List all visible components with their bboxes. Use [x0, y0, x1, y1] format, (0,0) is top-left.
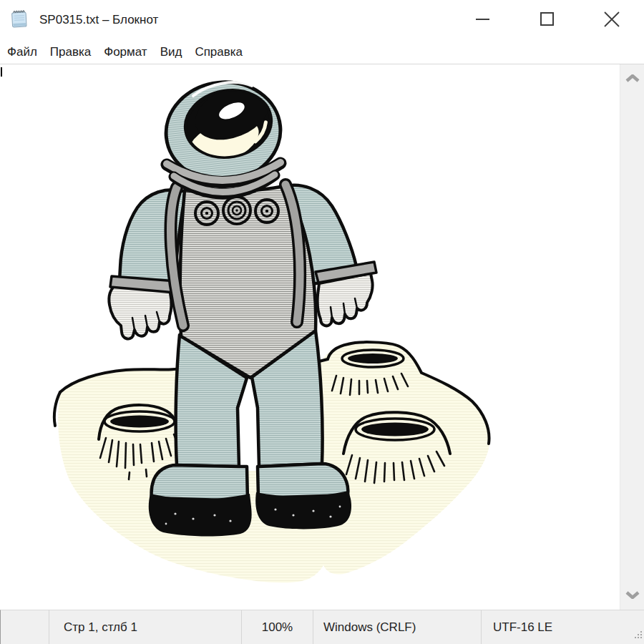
menu-bar: Файл Правка Формат Вид Справка	[0, 40, 644, 64]
menu-format[interactable]: Формат	[97, 40, 153, 64]
astronaut-illustration	[0, 64, 644, 610]
status-zoom-level: 100%	[242, 610, 313, 644]
minimize-icon	[475, 11, 491, 29]
status-encoding: UTF-16 LE	[482, 610, 644, 644]
status-line-endings: Windows (CRLF)	[313, 610, 482, 644]
resize-grip-icon[interactable]	[633, 628, 643, 643]
status-spacer	[1, 610, 49, 644]
maximize-button[interactable]	[515, 0, 580, 40]
text-caret	[1, 67, 2, 77]
status-cursor-position: Стр 1, стлб 1	[49, 610, 242, 644]
notepad-icon	[9, 8, 30, 32]
menu-view[interactable]: Вид	[154, 40, 189, 64]
status-bar: Стр 1, стлб 1 100% Windows (CRLF) UTF-16…	[0, 610, 644, 644]
menu-help[interactable]: Справка	[188, 40, 249, 64]
close-icon	[603, 11, 620, 30]
title-bar[interactable]: SP0315.txt – Блокнот	[0, 0, 644, 40]
scroll-up-button[interactable]	[620, 64, 644, 93]
text-area[interactable]	[0, 64, 644, 610]
close-button[interactable]	[580, 0, 644, 40]
notepad-window: SP0315.txt – Блокнот Файл Правка Форма	[0, 0, 644, 644]
chevron-down-icon	[625, 589, 640, 602]
minimize-button[interactable]	[451, 0, 515, 40]
maximize-icon	[540, 11, 555, 29]
caption-buttons	[451, 0, 644, 40]
vertical-scrollbar[interactable]	[620, 64, 644, 610]
chevron-up-icon	[625, 72, 640, 85]
window-title: SP0315.txt – Блокнот	[39, 13, 158, 27]
menu-file[interactable]: Файл	[1, 40, 44, 64]
menu-edit[interactable]: Правка	[44, 40, 97, 64]
scroll-down-button[interactable]	[620, 581, 644, 610]
